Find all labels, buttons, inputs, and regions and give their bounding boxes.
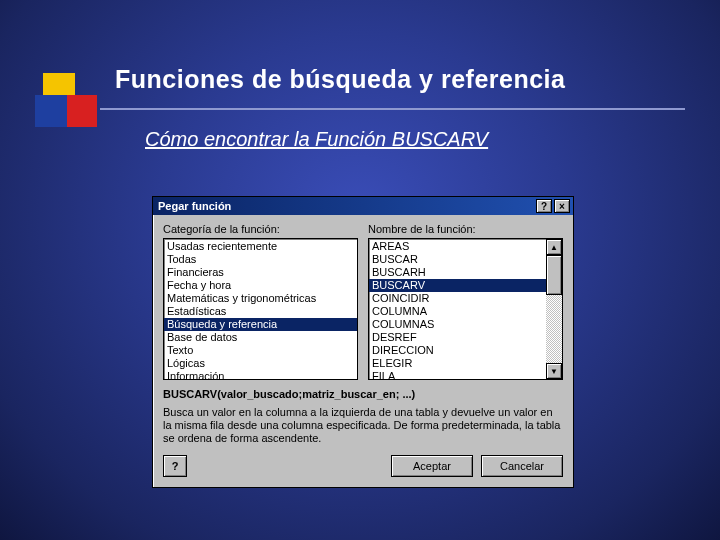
titlebar-close-button[interactable]: × (554, 199, 570, 213)
list-item[interactable]: BUSCAR (369, 253, 546, 266)
dialog-title: Pegar función (156, 200, 231, 212)
list-item[interactable]: DIRECCION (369, 344, 546, 357)
function-listbox[interactable]: AREASBUSCARBUSCARHBUSCARVCOINCIDIRCOLUMN… (368, 238, 563, 380)
list-item[interactable]: COLUMNAS (369, 318, 546, 331)
list-item[interactable]: COLUMNA (369, 305, 546, 318)
list-item[interactable]: Usadas recientemente (164, 240, 357, 253)
list-item[interactable]: AREAS (369, 240, 546, 253)
slide-subtitle: Cómo encontrar la Función BUSCARV (145, 128, 685, 151)
slide-title: Funciones de búsqueda y referencia (115, 65, 685, 94)
list-item[interactable]: FILA (369, 370, 546, 380)
scroll-up-icon[interactable]: ▲ (546, 239, 562, 255)
category-listbox[interactable]: Usadas recientementeTodasFinancierasFech… (163, 238, 358, 380)
list-item[interactable]: Lógicas (164, 357, 357, 370)
list-item[interactable]: COINCIDIR (369, 292, 546, 305)
list-item[interactable]: Financieras (164, 266, 357, 279)
list-item[interactable]: Fecha y hora (164, 279, 357, 292)
list-item[interactable]: Matemáticas y trigonométricas (164, 292, 357, 305)
accept-button[interactable]: Aceptar (391, 455, 473, 477)
list-item[interactable]: BUSCARV (369, 279, 546, 292)
list-item[interactable]: BUSCARH (369, 266, 546, 279)
function-list-scrollbar[interactable]: ▲ ▼ (546, 239, 562, 379)
logo-icon (35, 73, 97, 135)
paste-function-dialog: Pegar función ? × Categoría de la funció… (152, 196, 574, 488)
title-divider (100, 108, 685, 110)
help-icon: ? (172, 460, 179, 472)
function-name-label: Nombre de la función: (368, 223, 563, 235)
function-description: Busca un valor en la columna a la izquie… (163, 406, 563, 445)
titlebar-help-button[interactable]: ? (536, 199, 552, 213)
dialog-titlebar: Pegar función ? × (153, 197, 573, 215)
help-button[interactable]: ? (163, 455, 187, 477)
list-item[interactable]: DESREF (369, 331, 546, 344)
list-item[interactable]: Base de datos (164, 331, 357, 344)
list-item[interactable]: Búsqueda y referencia (164, 318, 357, 331)
list-item[interactable]: Todas (164, 253, 357, 266)
category-label: Categoría de la función: (163, 223, 358, 235)
scroll-thumb[interactable] (546, 255, 562, 295)
list-item[interactable]: Estadísticas (164, 305, 357, 318)
list-item[interactable]: Información (164, 370, 357, 380)
function-syntax: BUSCARV(valor_buscado;matriz_buscar_en; … (163, 388, 563, 400)
cancel-button[interactable]: Cancelar (481, 455, 563, 477)
scroll-down-icon[interactable]: ▼ (546, 363, 562, 379)
list-item[interactable]: ELEGIR (369, 357, 546, 370)
list-item[interactable]: Texto (164, 344, 357, 357)
slide-header: Funciones de búsqueda y referencia Cómo … (35, 65, 685, 151)
